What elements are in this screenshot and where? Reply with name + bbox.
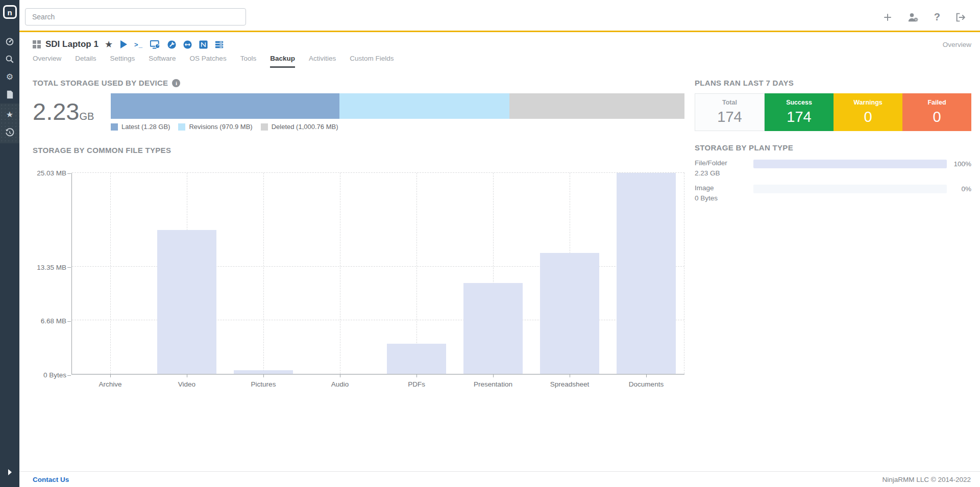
bar-documents (617, 173, 676, 374)
plan-type-row-image: Image 0 Bytes 0% (695, 184, 971, 202)
x-axis-label: Presentation (455, 380, 531, 388)
right-column: PLANS RAN LAST 7 DAYS Total 174 Success … (695, 79, 971, 471)
dashboard-gauge-icon[interactable] (0, 32, 19, 50)
x-axis-label: Spreadsheet (531, 380, 608, 388)
total-storage-unit: GB (79, 111, 94, 122)
tools-circle-icon[interactable] (167, 40, 176, 49)
legend-swatch-revisions (178, 123, 185, 131)
total-storage-number: 2.23 (33, 98, 79, 125)
total-storage-title: TOTAL STORAGE USED BY DEVICE (33, 79, 168, 87)
sidebar-nav: ⚙ ★ (0, 32, 19, 143)
chart-slot-audio: Audio (302, 173, 378, 374)
x-axis-label: Pictures (225, 380, 302, 388)
tab-tools[interactable]: Tools (240, 55, 257, 68)
topbar: ? (19, 0, 980, 31)
y-tick-label: 25.03 MB (37, 169, 66, 177)
legend-label-revisions: Revisions (970.9 MB) (189, 123, 252, 131)
card-warnings: Warnings 0 (834, 93, 902, 131)
chart-slot-pictures: Pictures (225, 173, 302, 374)
footer: Contact Us NinjaRMM LLC © 2014-2022 (19, 471, 980, 487)
v-gridline (340, 173, 340, 374)
chart-slot-pdfs: PDFs (378, 173, 455, 374)
info-icon[interactable]: i (172, 79, 180, 87)
legend-item-deleted: Deleted (1,000.76 MB) (261, 123, 338, 131)
document-icon[interactable] (0, 86, 19, 104)
search-icon[interactable] (0, 50, 19, 68)
v-gridline (110, 173, 111, 374)
favorite-star-icon[interactable]: ★ (105, 40, 113, 49)
contact-us-link[interactable]: Contact Us (33, 476, 69, 483)
connect-arrows-icon[interactable] (183, 40, 192, 49)
card-warnings-value: 0 (864, 109, 872, 125)
tab-software[interactable]: Software (149, 55, 176, 68)
help-icon[interactable]: ? (934, 11, 940, 23)
plans-title: PLANS RAN LAST 7 DAYS (695, 79, 971, 87)
play-icon[interactable] (120, 40, 127, 48)
chart-slot-presentation: Presentation (455, 173, 531, 374)
tab-activities[interactable]: Activities (309, 55, 336, 68)
x-axis-label: Video (149, 380, 225, 388)
ninja-backup-icon[interactable] (199, 40, 208, 49)
segment-deleted (509, 93, 684, 119)
gear-icon[interactable]: ⚙ (0, 68, 19, 86)
search-input[interactable] (25, 8, 246, 25)
star-icon[interactable]: ★ (0, 106, 19, 123)
chart-y-axis: 25.03 MB13.35 MB6.68 MB0 Bytes (33, 173, 71, 375)
plan-type-bar-track (753, 185, 947, 193)
card-success-value: 174 (787, 109, 811, 125)
add-icon[interactable] (883, 13, 892, 22)
file-types-chart-section: STORAGE BY COMMON FILE TYPES 25.03 MB13.… (33, 146, 684, 375)
x-tick (493, 374, 494, 377)
chart-slot-video: Video (149, 173, 225, 374)
tab-details[interactable]: Details (75, 55, 96, 68)
card-failed-label: Failed (927, 99, 946, 106)
tab-bar: OverviewDetailsSettingsSoftwareOS Patche… (19, 49, 980, 68)
app-window: n ⚙ ★ (0, 0, 980, 487)
history-icon[interactable] (0, 123, 19, 141)
plan-type-size: 0 Bytes (695, 194, 753, 202)
card-success: Success 174 (765, 93, 834, 131)
plan-type-size: 2.23 GB (695, 169, 753, 177)
card-total-value: 174 (717, 109, 742, 125)
card-failed-value: 0 (933, 109, 941, 125)
topbar-icons: ? (883, 8, 972, 23)
legend-label-latest: Latest (1.28 GB) (121, 123, 170, 131)
v-gridline (263, 173, 264, 374)
plan-type-label: File/Folder (695, 159, 753, 167)
remote-desktop-icon[interactable] (150, 40, 160, 49)
content: TOTAL STORAGE USED BY DEVICE i 2.23GB (19, 68, 980, 471)
card-warnings-label: Warnings (853, 99, 882, 106)
y-tick-label: 0 Bytes (43, 371, 66, 379)
x-tick (570, 374, 570, 377)
device-actions: ★ >_ (105, 40, 224, 49)
ninja-logo[interactable]: n (3, 5, 17, 19)
tab-overview[interactable]: Overview (33, 55, 61, 68)
y-tick-label: 6.68 MB (41, 317, 66, 325)
bar-pictures (234, 370, 293, 374)
x-tick (646, 374, 647, 377)
tab-settings[interactable]: Settings (110, 55, 135, 68)
sidebar-expand-icon[interactable] (0, 463, 19, 481)
y-tick-label: 13.35 MB (37, 264, 66, 271)
plan-type-bar-track (753, 160, 947, 168)
legend-label-deleted: Deleted (1,000.76 MB) (272, 123, 338, 131)
terminal-icon[interactable]: >_ (134, 41, 143, 48)
x-axis-label: Documents (608, 380, 684, 388)
tab-backup[interactable]: Backup (270, 55, 295, 68)
tab-custom-fields[interactable]: Custom Fields (350, 55, 394, 68)
logout-icon[interactable] (955, 13, 966, 22)
plan-type-row-filefolder: File/Folder 2.23 GB 100% (695, 159, 971, 177)
copyright-text: NinjaRMM LLC © 2014-2022 (882, 476, 971, 483)
chart-plot: ArchiveVideoPicturesAudioPDFsPresentatio… (71, 173, 684, 375)
overview-link[interactable]: Overview (943, 41, 971, 48)
sidebar-active-group: ★ (0, 104, 19, 143)
legend-item-revisions: Revisions (970.9 MB) (178, 123, 252, 131)
user-settings-icon[interactable] (908, 12, 919, 22)
tab-os-patches[interactable]: OS Patches (190, 55, 227, 68)
x-tick (110, 374, 111, 377)
x-axis-label: PDFs (378, 380, 455, 388)
chart-slot-archive: Archive (72, 173, 149, 374)
total-storage-widget: 2.23GB Latest (1.28 GB) (33, 93, 684, 131)
plan-type-bar-fill (753, 160, 947, 168)
services-icon[interactable] (215, 40, 224, 49)
